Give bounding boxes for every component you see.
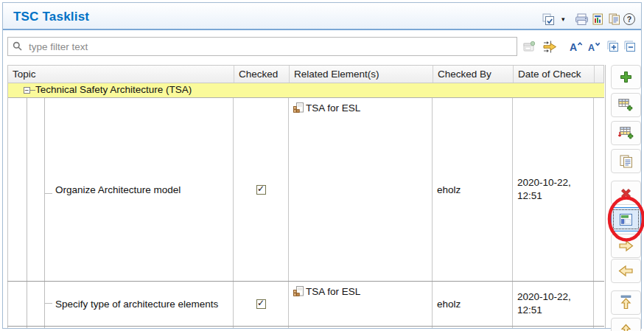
tree-guide-line [27, 98, 27, 328]
report-icon[interactable] [592, 13, 603, 25]
tree-guide-line [44, 303, 52, 304]
related-element-label: TSA for ESL [306, 102, 360, 114]
add-button[interactable] [611, 65, 641, 89]
arrow-top-icon [620, 295, 632, 310]
copy-button[interactable] [611, 149, 641, 173]
model-element-icon [293, 102, 304, 113]
group-row-tsa[interactable]: − Technical Safety Architecture (TSA) [7, 83, 604, 98]
checked-checkbox[interactable]: ✓ [256, 185, 266, 195]
apply-filter-icon[interactable] [542, 38, 557, 55]
group-label: Technical Safety Architecture (TSA) [35, 84, 192, 95]
arrow-right-icon [618, 240, 634, 252]
related-element-label: TSA for ESL [306, 286, 360, 297]
collapse-all-icon[interactable] [624, 38, 636, 55]
tree-connector [30, 90, 35, 91]
menu-dropdown-icon[interactable]: ▾ [561, 13, 565, 25]
font-increase-icon[interactable]: A [570, 38, 583, 55]
title-separator [3, 29, 641, 30]
open-detail-button[interactable] [611, 207, 641, 231]
help-glyph: ? [623, 13, 635, 25]
copy-rows-icon [620, 155, 633, 168]
delete-button[interactable] [611, 181, 641, 205]
row-separator [7, 326, 604, 327]
task-topic-cell[interactable]: Organize Architecture model [55, 98, 228, 281]
checked-by-cell[interactable]: eholz [433, 282, 512, 326]
expand-all-icon[interactable] [607, 38, 619, 55]
grid-line [593, 98, 594, 328]
tsc-tasklist-view: TSC Tasklist ▾ [0, 0, 644, 331]
task-topic-cell[interactable]: Specify type of architecture elements [55, 282, 221, 326]
add-table-row-icon [618, 98, 634, 112]
sidebar-divider [605, 65, 606, 328]
move-left-button[interactable] [611, 259, 641, 283]
checkmark-icon: ✓ [257, 299, 265, 307]
print-icon[interactable] [575, 13, 589, 25]
column-header-date[interactable]: Date of Check [514, 66, 595, 83]
date-of-check-label: 2020-10-22, 12:51 [517, 290, 589, 317]
filter-input[interactable] [7, 37, 517, 56]
add-plus-icon [620, 71, 632, 83]
task-checked-cell[interactable]: ✓ [234, 282, 288, 326]
task-topic-label: Specify type of architecture elements [55, 297, 218, 311]
tree-guide-line [44, 193, 52, 194]
column-header-related[interactable]: Related Element(s) [290, 66, 433, 83]
grid-line [7, 83, 8, 328]
help-icon[interactable]: ? [623, 13, 635, 25]
table-header: Topic Checked Related Element(s) Checked… [7, 65, 604, 83]
date-of-check-label: 2020-10-22, 12:51 [517, 176, 589, 203]
column-header-filler [595, 66, 603, 83]
checked-by-label: eholz [437, 184, 461, 195]
font-decrease-icon[interactable]: A [588, 38, 601, 55]
svg-text:A: A [588, 43, 595, 52]
move-to-top-button[interactable] [611, 290, 641, 315]
date-of-check-cell[interactable]: 2020-10-22, 12:51 [513, 282, 589, 326]
task-checked-cell[interactable]: ✓ [234, 98, 288, 281]
checkmark-icon: ✓ [257, 185, 265, 193]
column-header-topic[interactable]: Topic [8, 66, 234, 83]
model-element-icon [293, 286, 304, 296]
move-right-button[interactable] [611, 234, 641, 258]
column-header-checked[interactable]: Checked [234, 66, 290, 83]
checked-by-cell[interactable]: eholz [433, 98, 512, 281]
related-element-cell[interactable]: TSA for ESL [289, 98, 432, 281]
svg-text:A: A [570, 41, 577, 52]
tree-collapse-icon[interactable]: − [24, 87, 30, 94]
insert-table-row-button[interactable] [611, 121, 641, 145]
insert-table-row-icon [618, 126, 634, 140]
select-items-icon[interactable] [542, 13, 555, 25]
page-title: TSC Tasklist [13, 10, 89, 24]
copy-icon[interactable] [609, 13, 620, 25]
detail-form-icon [620, 214, 632, 226]
pin-view-icon[interactable] [523, 38, 536, 55]
delete-icon [620, 187, 632, 199]
arrow-up-icon [620, 323, 632, 331]
add-table-row-button[interactable] [611, 93, 641, 117]
checked-checkbox[interactable]: ✓ [256, 299, 266, 309]
move-up-button[interactable] [611, 318, 641, 331]
column-header-checked-by[interactable]: Checked By [433, 66, 514, 83]
tree-guide-line [44, 98, 45, 328]
related-element-cell[interactable]: TSA for ESL [289, 282, 432, 326]
checked-by-label: eholz [437, 299, 461, 310]
task-topic-label: Organize Architecture model [55, 183, 181, 197]
arrow-left-icon [618, 265, 634, 277]
date-of-check-cell[interactable]: 2020-10-22, 12:51 [513, 98, 589, 281]
search-icon [13, 41, 22, 51]
